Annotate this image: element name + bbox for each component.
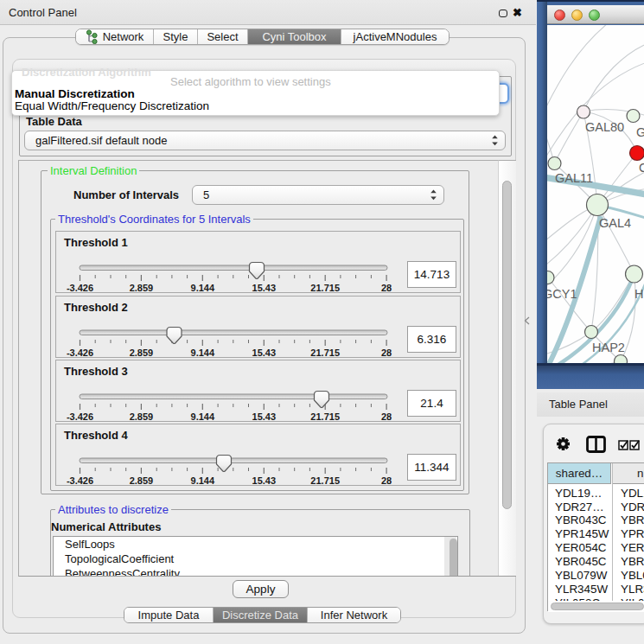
svg-text:GAL11: GAL11 <box>555 171 593 185</box>
svg-text:GA: GA <box>636 125 644 139</box>
svg-text:21.715: 21.715 <box>310 347 340 357</box>
svg-text:2.859: 2.859 <box>130 347 154 357</box>
svg-text:15.43: 15.43 <box>252 411 277 422</box>
svg-text:21.715: 21.715 <box>310 411 340 422</box>
svg-text:21.715: 21.715 <box>310 282 340 292</box>
svg-text:9.144: 9.144 <box>191 347 215 357</box>
svg-text:-3.426: -3.426 <box>67 475 93 485</box>
svg-text:9.144: 9.144 <box>191 475 215 485</box>
svg-text:28: 28 <box>381 282 392 292</box>
svg-text:2.859: 2.859 <box>130 475 154 485</box>
svg-text:2.859: 2.859 <box>130 411 154 422</box>
svg-text:15.43: 15.43 <box>252 347 277 357</box>
svg-text:GAL80: GAL80 <box>585 120 624 134</box>
svg-text:GCY1: GCY1 <box>547 287 577 301</box>
svg-text:2.859: 2.859 <box>130 282 154 292</box>
svg-text:28: 28 <box>381 475 392 485</box>
svg-text:-3.426: -3.426 <box>67 411 93 422</box>
svg-text:-3.426: -3.426 <box>67 282 93 292</box>
svg-text:GAL4: GAL4 <box>599 216 631 230</box>
svg-text:15.43: 15.43 <box>252 475 277 485</box>
svg-text:15.43: 15.43 <box>252 282 277 292</box>
svg-text:C: C <box>639 161 644 175</box>
svg-text:28: 28 <box>381 347 392 357</box>
svg-text:HAP2: HAP2 <box>592 341 625 354</box>
svg-text:28: 28 <box>381 411 392 422</box>
svg-text:H: H <box>634 287 643 301</box>
svg-text:9.144: 9.144 <box>191 282 215 292</box>
svg-text:21.715: 21.715 <box>310 475 340 485</box>
svg-text:9.144: 9.144 <box>191 411 215 422</box>
svg-text:-3.426: -3.426 <box>67 347 93 357</box>
